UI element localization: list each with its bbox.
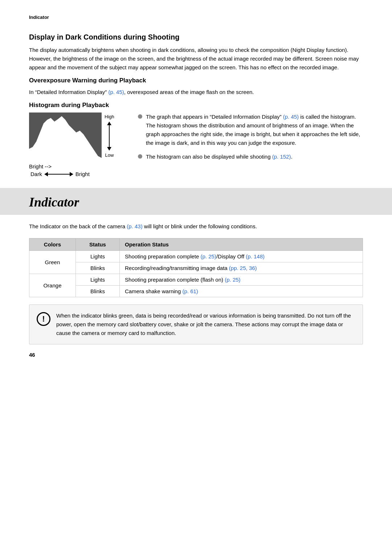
indicator-header-box: Indicator (0, 188, 392, 215)
histogram-link-1[interactable]: (p. 45) (283, 114, 299, 120)
op-link-p25-orange[interactable]: (p. 25) (225, 277, 240, 283)
display-dark-body: The display automatically brightens when… (29, 46, 363, 72)
bullet-icon-2 (138, 154, 142, 159)
page-number: 46 (29, 352, 363, 358)
arrow-left-icon (44, 172, 48, 176)
op-link-pp25-36[interactable]: (pp. 25, 36) (229, 265, 257, 271)
h-arrow (44, 172, 73, 176)
color-orange: Orange (29, 274, 76, 297)
display-dark-title: Display in Dark Conditions during Shooti… (29, 33, 363, 41)
op-link-p25[interactable]: (p. 25) (201, 253, 216, 259)
arrow-down-icon (107, 147, 111, 151)
warning-text: When the indicator blinks green, data is… (56, 311, 355, 338)
histogram-left: High Low Bright --> Dark Bright (29, 113, 123, 177)
overexposure-suffix: , overexposed areas of the image flash o… (124, 89, 254, 95)
histogram-section: High Low Bright --> Dark Bright (29, 113, 363, 177)
bullet-2-text: The histogram can also be displayed whil… (146, 152, 293, 161)
overexposure-title: Overexposure Warning during Playback (29, 77, 363, 84)
col-header-colors: Colors (29, 238, 76, 251)
page: Indicator Display in Dark Conditions dur… (0, 0, 392, 552)
v-arrow-line (109, 125, 110, 147)
overexposure-link[interactable]: (p. 45) (108, 89, 124, 95)
overexposure-prefix: In “Detailed Information Display” (29, 89, 108, 95)
histogram-diagram: High Low (29, 113, 114, 160)
op-status-4: Camera shake warning (p. 61) (120, 286, 363, 297)
status-blinks-2: Blinks (75, 286, 119, 297)
arrow-right-icon (70, 172, 73, 176)
breadcrumb: Indicator (29, 15, 363, 22)
col-header-operation: Operation Status (120, 238, 363, 251)
h-arrow-line (48, 174, 70, 175)
bullet-icon-1 (138, 114, 142, 119)
table-row: Orange Lights Shooting preparation compl… (29, 274, 363, 286)
status-blinks-1: Blinks (75, 262, 119, 274)
op-link-p61[interactable]: (p. 61) (182, 288, 198, 294)
table-row: Blinks Camera shake warning (p. 61) (29, 286, 363, 297)
vertical-arrow (107, 120, 111, 153)
warning-box: ! When the indicator blinks green, data … (29, 304, 363, 344)
low-label: Low (105, 152, 114, 158)
col-header-status: Status (75, 238, 119, 251)
indicator-body-link[interactable]: (p. 43) (127, 223, 142, 229)
op-status-1: Shooting preparation complete (p. 25)/Di… (120, 251, 363, 262)
histogram-bullets: The graph that appears in “Detailed Info… (138, 113, 363, 161)
indicator-body: The Indicator on the back of the camera … (29, 222, 363, 231)
table-row: Blinks Recording/reading/transmitting im… (29, 262, 363, 274)
table-header-row: Colors Status Operation Status (29, 238, 363, 251)
histogram-right: The graph that appears in “Detailed Info… (138, 113, 363, 166)
dark-label: Dark (30, 171, 42, 177)
histogram-image (29, 113, 102, 160)
color-green: Green (29, 251, 76, 274)
histogram-link-2[interactable]: (p. 152) (272, 154, 291, 160)
bright-label: Bright (75, 171, 90, 177)
arrow-up-icon (107, 122, 111, 125)
status-lights-1: Lights (75, 251, 119, 262)
histogram-bullet-2: The histogram can also be displayed whil… (138, 152, 363, 161)
overexposure-body: In “Detailed Information Display” (p. 45… (29, 88, 363, 97)
op-status-3: Shooting preparation complete (flash on)… (120, 274, 363, 286)
histogram-arrow-column: High Low (105, 113, 114, 160)
table-row: Green Lights Shooting preparation comple… (29, 251, 363, 262)
op-link-p148[interactable]: (p. 148) (246, 253, 265, 259)
high-label: High (105, 114, 114, 120)
indicator-title: Indicator (29, 195, 363, 210)
histogram-bullet-1: The graph that appears in “Detailed Info… (138, 113, 363, 147)
warning-icon: ! (37, 312, 50, 326)
status-lights-2: Lights (75, 274, 119, 286)
histogram-title: Histogram during Playback (29, 102, 363, 109)
op-status-2: Recording/reading/transmitting image dat… (120, 262, 363, 274)
dark-bright-row: Dark Bright (30, 171, 90, 177)
bullet-1-text: The graph that appears in “Detailed Info… (146, 113, 363, 147)
indicator-table: Colors Status Operation Status Green Lig… (29, 238, 363, 297)
